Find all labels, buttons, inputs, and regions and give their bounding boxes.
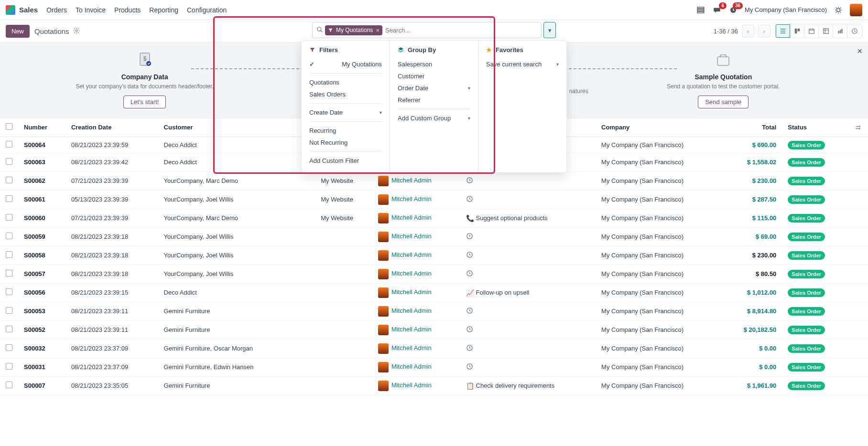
cell-salesperson[interactable]: Mitchell Admin (372, 376, 460, 395)
filter-not-recurring[interactable]: Not Recurring (309, 137, 382, 149)
app-title[interactable]: Sales (19, 6, 38, 14)
chip-remove-icon[interactable]: × (376, 27, 380, 34)
view-kanban[interactable] (790, 24, 804, 38)
filter-quotations[interactable]: Quotations (309, 76, 382, 88)
cell-salesperson[interactable]: Mitchell Admin (372, 209, 460, 227)
view-list[interactable] (776, 24, 790, 38)
view-graph[interactable] (833, 24, 847, 38)
onboard-close-icon[interactable]: × (857, 46, 862, 56)
table-row[interactable]: S0003208/21/2023 23:37:09Gemini Furnitur… (0, 339, 868, 358)
row-checkbox[interactable] (6, 233, 12, 239)
table-row[interactable]: S0005308/21/2023 23:39:11Gemini Furnitur… (0, 302, 868, 320)
row-checkbox[interactable] (6, 195, 12, 202)
cell-activity[interactable]: 📈Follow-up on upsell (460, 283, 596, 302)
cell-salesperson[interactable]: Mitchell Admin (372, 227, 460, 246)
table-row[interactable]: S0003108/21/2023 23:37:09Gemini Furnitur… (0, 358, 868, 376)
table-row[interactable]: S0006105/13/2023 23:39:39YourCompany, Jo… (0, 190, 868, 209)
cell-activity[interactable] (460, 358, 596, 376)
search-box[interactable]: My Quotations × (312, 22, 542, 38)
row-checkbox[interactable] (6, 141, 12, 148)
groupby-customer[interactable]: Customer (398, 70, 470, 82)
row-checkbox[interactable] (6, 251, 12, 258)
search-chip[interactable]: My Quotations × (325, 25, 382, 35)
row-checkbox[interactable] (6, 288, 12, 295)
col-customer[interactable]: Customer (158, 118, 295, 137)
table-row[interactable]: S0005208/21/2023 23:39:11Gemini Furnitur… (0, 320, 868, 339)
filter-add-custom[interactable]: Add Custom Filter (309, 155, 382, 167)
activities-icon[interactable]: 36 (728, 5, 738, 15)
row-checkbox[interactable] (6, 177, 12, 183)
groupby-salesperson[interactable]: Salesperson (398, 58, 470, 70)
new-button[interactable]: New (6, 25, 30, 38)
company-selector[interactable]: My Company (San Francisco) (745, 6, 827, 13)
debug-icon[interactable] (834, 5, 843, 15)
cell-salesperson[interactable]: Mitchell Admin (372, 339, 460, 358)
cell-activity[interactable] (460, 246, 596, 265)
onboard-lets-start-button[interactable]: Let's start! (123, 96, 166, 108)
nav-products[interactable]: Products (114, 6, 141, 14)
table-row[interactable]: S0005908/21/2023 23:39:18YourCompany, Jo… (0, 227, 868, 246)
view-calendar[interactable] (804, 24, 819, 38)
row-checkbox[interactable] (6, 326, 12, 332)
table-row[interactable]: S0006207/21/2023 23:39:39YourCompany, Ma… (0, 171, 868, 190)
filter-recurring[interactable]: Recurring (309, 125, 382, 137)
filter-sales-orders[interactable]: Sales Orders (309, 88, 382, 100)
cell-salesperson[interactable]: Mitchell Admin (372, 265, 460, 283)
favorite-save-search[interactable]: Save current search▾ (486, 58, 559, 70)
table-row[interactable]: S0006007/21/2023 23:39:39YourCompany, Ma… (0, 209, 868, 227)
column-options-icon[interactable] (854, 123, 862, 132)
row-checkbox[interactable] (6, 214, 12, 221)
cell-salesperson[interactable]: Mitchell Admin (372, 283, 460, 302)
col-company[interactable]: Company (596, 118, 722, 137)
pager-next[interactable]: › (758, 25, 770, 37)
filter-my-quotations[interactable]: My Quotations (309, 58, 382, 70)
groupby-add-custom[interactable]: Add Custom Group▾ (398, 112, 470, 124)
groupby-order-date[interactable]: Order Date▾ (398, 82, 470, 94)
groupby-referrer[interactable]: Referrer (398, 94, 470, 106)
table-row[interactable]: S0000708/21/2023 23:35:05Gemini Furnitur… (0, 376, 868, 395)
search-options-toggle[interactable]: ▾ (543, 22, 556, 38)
nav-reporting[interactable]: Reporting (149, 6, 178, 14)
nav-to-invoice[interactable]: To Invoice (76, 6, 106, 14)
row-checkbox[interactable] (6, 344, 12, 351)
view-activity[interactable] (847, 24, 862, 38)
gear-icon[interactable] (73, 27, 80, 35)
cell-activity[interactable] (460, 227, 596, 246)
cell-salesperson[interactable]: Mitchell Admin (372, 302, 460, 320)
user-avatar[interactable] (850, 4, 862, 16)
row-checkbox[interactable] (6, 363, 12, 370)
table-row[interactable]: S0005808/21/2023 23:39:18YourCompany, Jo… (0, 246, 868, 265)
pager-prev[interactable]: ‹ (742, 25, 754, 37)
cell-activity[interactable] (460, 320, 596, 339)
table-row[interactable]: S0005608/21/2023 23:39:15Deco AddictMitc… (0, 283, 868, 302)
row-checkbox[interactable] (6, 382, 12, 388)
table-row[interactable]: S0005708/21/2023 23:39:18YourCompany, Jo… (0, 265, 868, 283)
cell-activity[interactable]: 📋Check delivery requirements (460, 376, 596, 395)
shortcuts-icon[interactable] (696, 5, 705, 15)
cell-activity[interactable] (460, 339, 596, 358)
onboard-send-sample-button[interactable]: Send sample (698, 96, 749, 108)
col-status[interactable]: Status (782, 118, 848, 137)
cell-salesperson[interactable]: Mitchell Admin (372, 246, 460, 265)
cell-activity[interactable] (460, 171, 596, 190)
search-input[interactable] (385, 27, 541, 34)
row-checkbox[interactable] (6, 270, 12, 276)
select-all-checkbox[interactable] (6, 123, 12, 130)
cell-activity[interactable] (460, 190, 596, 209)
col-creation-date[interactable]: Creation Date (65, 118, 158, 137)
cell-salesperson[interactable]: Mitchell Admin (372, 190, 460, 209)
col-number[interactable]: Number (18, 118, 65, 137)
cell-activity[interactable] (460, 265, 596, 283)
cell-salesperson[interactable]: Mitchell Admin (372, 320, 460, 339)
row-checkbox[interactable] (6, 307, 12, 314)
row-checkbox[interactable] (6, 158, 12, 165)
filter-create-date[interactable]: Create Date▾ (309, 106, 382, 118)
cell-activity[interactable] (460, 302, 596, 320)
cell-salesperson[interactable]: Mitchell Admin (372, 171, 460, 190)
cell-activity[interactable]: 📞Suggest optional products (460, 209, 596, 227)
app-icon[interactable] (6, 5, 15, 15)
nav-configuration[interactable]: Configuration (187, 6, 227, 14)
messaging-icon[interactable]: 6 (712, 5, 722, 15)
nav-orders[interactable]: Orders (46, 6, 67, 14)
cell-salesperson[interactable]: Mitchell Admin (372, 358, 460, 376)
